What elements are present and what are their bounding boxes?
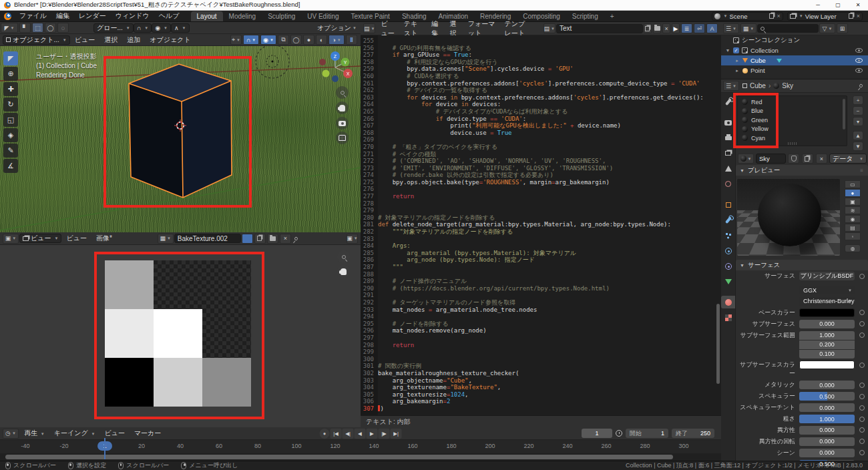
properties-pin-icon[interactable] [859, 83, 863, 88]
view-layer-selector[interactable]: ▼ View Layer × [787, 12, 863, 21]
material-name-field[interactable]: Sky [756, 154, 786, 164]
subsurface-radius-1[interactable]: 0.200 [799, 340, 855, 349]
visibility-dropdown-icon[interactable]: ⌖▼ [230, 35, 242, 45]
timeline-menu-view[interactable]: ビュー [99, 429, 129, 438]
code-line[interactable]: for devices in bpy.context.preferences.a… [378, 94, 704, 101]
code-line[interactable]: # ベイクの種類 [378, 151, 436, 158]
subsurface-color-color-swatch[interactable] [799, 361, 855, 369]
run-script-icon[interactable]: ▶ [672, 23, 680, 33]
annotate-tool-icon[interactable]: ✎ [3, 144, 18, 158]
overlays-icon[interactable]: ⧉ [278, 35, 289, 45]
hide-eye-icon[interactable] [855, 68, 863, 73]
image-editor-canvas[interactable] [0, 245, 361, 427]
preview-sphere-button[interactable]: ● [845, 189, 861, 197]
code-line[interactable]: bpy.context.preferences.addons['cycles']… [378, 80, 700, 87]
link-socket-icon[interactable] [859, 439, 865, 444]
code-line[interactable]: return [378, 342, 414, 349]
move-slot-down-button[interactable]: ▼ [853, 142, 863, 151]
frame-end-field[interactable]: 終了250 [672, 429, 714, 438]
material-specials-button[interactable]: ▾ [853, 117, 863, 126]
subsurface-radius-2[interactable]: 0.100 [799, 350, 855, 359]
pause-render-icon[interactable]: ‖ [346, 35, 357, 45]
timeline-menu-keying[interactable]: キーイング ▼ [49, 429, 100, 438]
browse-text-icon[interactable]: ▤▼ [544, 23, 556, 33]
image-menu-view[interactable]: ビュー [61, 234, 91, 243]
code-line[interactable]: arg_objectname="Cube", [378, 377, 472, 385]
subsurface-radius-0[interactable]: 1.000 [799, 331, 855, 340]
menu-edit[interactable]: 編集 [51, 11, 74, 21]
jump-to-end-button[interactable]: ▶| [391, 429, 402, 439]
next-keyframe-button[interactable]: |▶ [379, 429, 390, 439]
material-slot-blue[interactable]: Blue [738, 107, 847, 116]
link-socket-icon[interactable] [859, 332, 865, 338]
code-line[interactable]: # (render.bake 以外の設定は引数で指定する必要あり) [378, 172, 554, 179]
options-dropdown[interactable]: オプション▼ [317, 23, 357, 33]
editor-type-image-icon[interactable]: ▣▼ [3, 234, 19, 244]
preview-hair-button[interactable]: ≋ [845, 206, 861, 214]
proportional-edit-toggle[interactable]: ◉▼ [152, 23, 171, 33]
fake-user-shield-icon[interactable] [242, 234, 253, 244]
code-line[interactable]: bpy.data.scenes["Scene"].cycles.device =… [378, 65, 574, 73]
breadcrumb-object[interactable]: Cube [750, 82, 766, 89]
breadcrumb-material[interactable]: Sky [782, 82, 793, 89]
unlink-text-icon[interactable]: × [662, 23, 670, 33]
image-name-field[interactable]: BakeTexture.002 [174, 234, 241, 243]
link-socket-icon[interactable] [859, 363, 865, 368]
code-line[interactable]: bake_materialroughness_texture_checker( [378, 370, 519, 377]
tab-particles[interactable] [721, 229, 735, 242]
subsurface-method-select[interactable]: Christensen-Burley▼ [799, 297, 855, 306]
outliner-search-input[interactable] [757, 24, 819, 33]
browse-material-icon[interactable]: ▼ [738, 154, 754, 164]
select-mode-lasso-icon[interactable]: ◌ [57, 23, 69, 33]
viewport-menu-add[interactable]: 追加 [122, 35, 145, 45]
select-mode-circle-icon[interactable]: ◯ [45, 23, 56, 33]
text-scrollbar[interactable] [716, 304, 720, 384]
code-line[interactable]: device.use = True [378, 130, 512, 137]
link-socket-icon[interactable] [859, 321, 865, 326]
shading-material-icon[interactable]: ◐ [316, 35, 327, 45]
material-slot-list[interactable]: RedBlueGreenYellowCyan [737, 95, 847, 146]
line-numbers-toggle-icon[interactable]: ≣ [681, 23, 692, 33]
menu-render[interactable]: レンダー [74, 11, 111, 21]
viewport-menu-view[interactable]: ビュー [70, 35, 99, 45]
gizmo-dropdown-icon[interactable]: ◉▼ [260, 35, 276, 45]
link-data-dropdown[interactable]: データ▼ [829, 154, 867, 164]
preview-monkey-button[interactable]: ◉ [845, 215, 861, 223]
outliner-row-collection[interactable]: ▼ ✓ Collection [721, 45, 868, 55]
hide-eye-icon[interactable] [855, 48, 863, 53]
code-line[interactable]: arg_texturesize=1024, [378, 391, 468, 399]
workspace-tab-+[interactable]: + [604, 11, 620, 21]
select-mode-box-icon[interactable]: ⬚ [32, 23, 43, 33]
code-line[interactable]: arg_texturename="BakeTexture", [378, 384, 501, 391]
material-duplicate-icon[interactable] [802, 154, 813, 164]
tab-render[interactable] [721, 116, 735, 129]
code-line[interactable]: # 「粗さ」タイプのベイクを実行する [378, 144, 497, 151]
rotate-tool-icon[interactable]: ↻ [3, 97, 18, 111]
tab-view-layer[interactable] [721, 147, 735, 160]
material-fake-user-icon[interactable] [788, 154, 799, 164]
timeline-ruler[interactable]: -40-202040608010012014016018020022024026… [0, 440, 721, 453]
pin-icon[interactable] [294, 236, 298, 240]
active-tool-icon[interactable]: ◤▼ [1, 23, 18, 33]
specular-tint-slider[interactable]: 0.000 [799, 403, 855, 412]
link-socket-icon[interactable] [859, 427, 865, 433]
code-area[interactable]: 255256 # GPUの利用有無を確認する257 if arg_GPUuse … [361, 35, 721, 415]
workspace-tab-layout[interactable]: Layout [191, 11, 223, 21]
code-line[interactable]: # CUDAを選択する [378, 73, 459, 80]
link-socket-icon[interactable] [859, 310, 865, 315]
image-menu-image[interactable]: 画像* [91, 234, 117, 243]
image-mode-dropdown[interactable]: ビュー▼ [19, 234, 61, 243]
code-line[interactable]: """対象マテリアルの指定ノードを削除する [378, 228, 513, 236]
current-frame-field[interactable]: 1 [582, 429, 612, 438]
filter-funnel-icon[interactable]: ▽▼ [819, 23, 835, 33]
metallic-slider[interactable]: 0.000 [799, 381, 855, 389]
use-preview-range-icon[interactable] [616, 430, 622, 437]
preview-world-button[interactable]: ◍ [845, 244, 861, 252]
tab-material[interactable] [721, 296, 735, 308]
code-line[interactable]: if device.type == 'CUDA': [378, 115, 526, 123]
code-line[interactable]: mat_nodes = arg_material.node_tree.nodes [378, 306, 537, 314]
material-slot-green[interactable]: Green [738, 115, 847, 125]
code-line[interactable]: # (https://docs.blender.org/api/current/… [378, 285, 610, 292]
pan-hand-icon[interactable] [336, 101, 349, 114]
select-mode-tweak-icon[interactable]: ▘ [19, 23, 31, 33]
